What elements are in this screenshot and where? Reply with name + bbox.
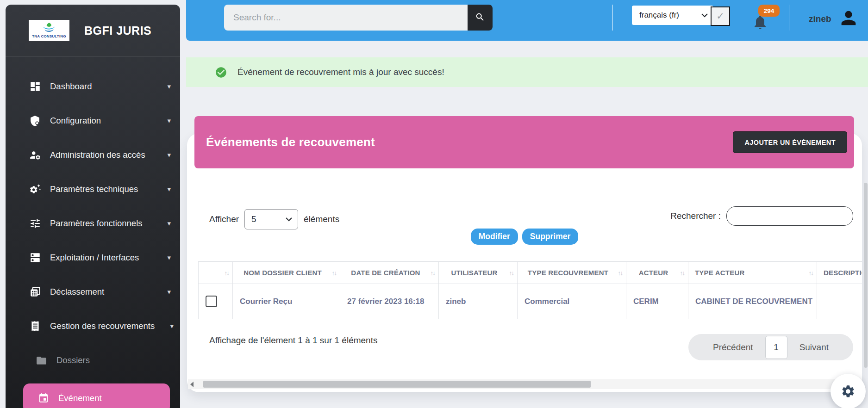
scroll-left-icon[interactable] [190,382,194,387]
notification-badge: 294 [758,5,780,17]
page-length-value: 5 [251,214,256,224]
sidebar-item-label: Gestion des recouvrements [50,321,155,331]
horizontal-scrollbar[interactable] [188,379,861,389]
sidebar-item-label: Déclassement [50,287,104,297]
sort-icon: ↑↓ [332,269,337,276]
check-icon: ✓ [716,11,724,22]
table-search-input[interactable] [726,206,853,226]
table-row[interactable]: Courrier Reçu 27 février 2023 16:18 zine… [199,284,862,320]
page-length-select[interactable]: 5 [244,209,298,229]
column-header-date-creation[interactable]: DATE DE CRÉATION↑↓ [340,262,439,284]
sidebar-item-label: Dashboard [50,81,92,92]
column-header-type-acteur[interactable]: TYPE ACTEUR↑↓ [688,262,817,284]
success-check-icon [215,66,227,79]
username-label: zineb [809,14,831,24]
sidebar-item-dossiers[interactable]: Dossiers [6,351,180,370]
app-title: BGFI JURIS [84,24,151,37]
sidebar-item-label: Paramètres techniques [50,184,138,194]
dashboard-icon [29,80,41,93]
chevron-down-icon: ▾ [167,219,171,228]
search-label: Rechercher : [670,211,721,221]
items-label: éléments [304,214,339,224]
scrollbar-thumb[interactable] [203,381,591,388]
vertical-scrollbar-thumb[interactable] [864,183,868,368]
language-select[interactable]: français (fr) [632,6,713,25]
gear-icon [841,384,856,399]
chevron-down-icon: ▾ [167,82,171,91]
sidebar-item-administration-acces[interactable]: Administration des accès ▾ [6,146,180,164]
notifications-button[interactable]: 294 [752,8,784,34]
show-label: Afficher [209,214,239,224]
column-header-type-recouvrement[interactable]: TYPE RECOUVREMENT↑↓ [518,262,626,284]
current-page-button[interactable]: 1 [765,336,787,359]
search-input[interactable] [224,5,468,31]
panel-header: Événements de recouvement AJOUTER UN ÉVÉ… [194,116,854,168]
sidebar-item-label: Événement [58,393,102,403]
chevron-down-icon: ▾ [167,117,171,125]
sort-icon: ↑↓ [680,269,685,276]
table-header-row: ↑↓ NOM DOSSIER CLIENT↑↓ DATE DE CRÉATION… [199,262,862,284]
sidebar: TNA CONSULTING BGFI JURIS Dashboard ▾ Co… [6,5,180,408]
cell-utilisateur: zineb [439,284,518,320]
calendar-icon [37,392,50,405]
chevron-down-icon [701,11,708,19]
user-avatar[interactable] [838,7,859,31]
shield-icon [29,115,41,127]
folder-icon [35,354,48,367]
chevron-down-icon: ▾ [167,151,171,159]
row-checkbox[interactable] [206,296,217,307]
events-table-container: ↑↓ NOM DOSSIER CLIENT↑↓ DATE DE CRÉATION… [198,261,862,319]
confirm-check-button[interactable]: ✓ [711,6,730,26]
column-header-description[interactable]: DESCRIPTION↑↓ [817,262,862,284]
sidebar-item-dashboard[interactable]: Dashboard ▾ [6,77,180,96]
language-value: français (fr) [639,11,679,20]
cell-type-acteur: CABINET DE RECOUVREMENT [688,284,817,320]
search-button[interactable] [468,5,493,31]
sidebar-item-evenement-active[interactable]: Événement [23,383,170,408]
calculator-icon [29,286,41,298]
page-title: Événements de recouvement [206,135,375,149]
sidebar-item-declassement[interactable]: Déclassement ▾ [6,283,180,301]
sidebar-item-exploitation-interfaces[interactable]: Exploitation / Interfaces ▾ [6,248,180,267]
column-header-nom-dossier-client[interactable]: NOM DOSSIER CLIENT↑↓ [233,262,340,284]
sliders-icon [29,217,41,230]
row-actions: Modifier Supprimer [187,229,862,245]
sidebar-item-parametres-fonctionnels[interactable]: Paramètres fonctionnels ▾ [6,214,180,233]
table-search-control: Rechercher : [670,206,853,226]
sidebar-item-label: Configuration [50,116,101,126]
settings-fab-button[interactable] [831,374,866,408]
cell-date-creation: 27 février 2023 16:18 [340,284,439,320]
cell-description [817,284,862,320]
add-event-button[interactable]: AJOUTER UN ÉVÉNEMENT [733,131,847,153]
app-root: TNA CONSULTING BGFI JURIS Dashboard ▾ Co… [0,0,868,408]
cell-type-recouvrement: Commercial [518,284,626,320]
sort-icon: ↑↓ [225,269,229,276]
cell-nom-dossier-client: Courrier Reçu [233,284,340,320]
person-icon [838,7,859,29]
sidebar-item-parametres-techniques[interactable]: Paramètres techniques ▾ [6,180,180,198]
next-page-button[interactable]: Suivant [799,342,829,352]
user-gear-icon [29,149,41,161]
chevron-down-icon: ▾ [170,322,174,330]
page-length-control: Afficher 5 éléments [209,209,339,229]
receipt-icon [29,320,41,333]
sidebar-item-configuration[interactable]: Configuration ▾ [6,111,180,130]
pagination: Précédent 1 Suivant [688,334,853,360]
column-header-acteur[interactable]: ACTEUR↑↓ [626,262,688,284]
alert-message: Événement de recouvrement mis à jour ave… [237,67,444,77]
sort-icon: ↑↓ [431,269,435,276]
sidebar-item-label: Administration des accès [50,150,145,160]
sidebar-item-label: Paramètres fonctionnels [50,218,143,229]
delete-button[interactable]: Supprimer [522,229,579,245]
brand-area: TNA CONSULTING BGFI JURIS [6,5,180,57]
sort-icon: ↑↓ [618,269,623,276]
previous-page-button[interactable]: Précédent [713,342,753,352]
cell-acteur: CERIM [626,284,688,320]
column-header-utilisateur[interactable]: UTILISATEUR↑↓ [439,262,518,284]
table-info: Affichage de l'élement 1 à 1 sur 1 éléme… [209,335,377,346]
chevron-down-icon: ▾ [167,253,171,262]
column-header-select[interactable]: ↑↓ [199,262,233,284]
modify-button[interactable]: Modifier [471,229,518,245]
sidebar-item-label: Dossiers [56,355,90,365]
sidebar-item-gestion-recouvrements[interactable]: Gestion des recouvrements ▾ [6,317,180,335]
